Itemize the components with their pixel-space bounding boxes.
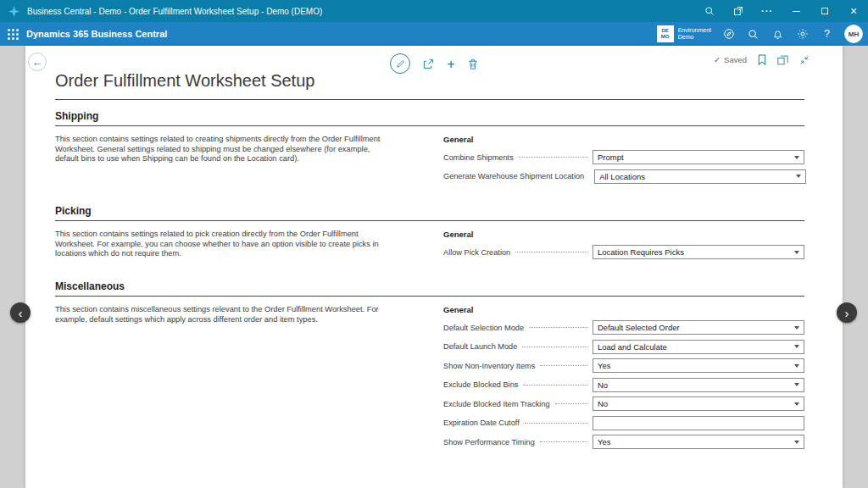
tellme-icon[interactable] <box>721 27 736 42</box>
show-non-inventory-items-select[interactable]: Yes <box>593 358 804 373</box>
show-performance-timing-select[interactable]: Yes <box>593 435 804 449</box>
share-button[interactable] <box>423 58 434 69</box>
window-titlebar: Business Central - Demo - Order Fulfillm… <box>0 0 868 22</box>
dynamics-navbar: Dynamics 365 Business Central DE MO Envi… <box>0 22 868 46</box>
chevron-down-icon <box>794 345 799 348</box>
field-value: Load and Calculate <box>598 342 667 352</box>
check-icon: ✓ <box>714 55 721 64</box>
bell-icon[interactable] <box>771 27 785 42</box>
section-heading[interactable]: Miscellaneous <box>55 280 804 292</box>
pencil-icon <box>396 59 405 69</box>
minimize-button[interactable] <box>782 0 810 22</box>
chevron-down-icon <box>794 251 799 254</box>
section-heading[interactable]: Picking <box>55 205 804 217</box>
popout-window-icon[interactable] <box>724 0 753 22</box>
collapse-button[interactable] <box>799 55 810 65</box>
section-description: This section contains settings related t… <box>55 230 392 264</box>
collapse-icon <box>799 55 810 65</box>
waffle-icon[interactable] <box>8 29 19 40</box>
dotted-leader <box>529 327 587 328</box>
next-record-button[interactable]: › <box>837 302 857 323</box>
dotted-leader <box>523 385 587 385</box>
field-row-expiration-date-cutoff: Expiration Date Cutoff <box>443 416 804 430</box>
section-description: This section contains settings related t… <box>55 135 392 188</box>
dotted-leader <box>525 423 587 424</box>
delete-button[interactable] <box>468 58 478 69</box>
chevron-down-icon <box>796 175 801 178</box>
section-heading[interactable]: Shipping <box>55 110 804 122</box>
combine-shipments-select[interactable]: Prompt <box>593 150 804 164</box>
environment-indicator[interactable]: DE MO Environment Demo <box>657 25 711 42</box>
field-row-default-launch-mode: Default Launch Mode Load and Calculate <box>443 340 804 354</box>
field-label: Show Non-Inventory Items <box>443 362 535 370</box>
field-label: Expiration Date Cutoff <box>443 419 520 427</box>
dotted-leader <box>519 157 587 158</box>
environment-label: Environment Demo <box>678 27 711 41</box>
group-label: General <box>443 230 804 240</box>
generate-warehouse-shipment-location-select[interactable]: All Locations <box>594 169 806 184</box>
default-launch-mode-select[interactable]: Load and Calculate <box>593 340 804 354</box>
close-button[interactable]: × <box>839 0 868 22</box>
section-rule <box>55 220 804 221</box>
previous-record-button[interactable]: ‹ <box>10 302 31 323</box>
field-row-generate-warehouse-shipment-location: Generate Warehouse Shipment Location All… <box>443 169 804 184</box>
avatar[interactable]: MH <box>844 25 863 43</box>
chevron-down-icon <box>794 364 799 368</box>
more-options-icon[interactable]: ··· <box>753 0 782 22</box>
chevron-down-icon <box>794 441 799 444</box>
field-label: Allow Pick Creation <box>443 248 510 257</box>
workspace-background: ← + ✓ Saved <box>0 46 868 488</box>
chevron-down-icon <box>794 156 799 159</box>
field-row-show-performance-timing: Show Performance Timing Yes <box>443 435 804 449</box>
maximize-button[interactable] <box>810 0 839 22</box>
business-central-app-icon <box>8 6 19 17</box>
field-row-show-non-inventory-items: Show Non-Inventory Items Yes <box>443 358 804 373</box>
open-in-window-button[interactable] <box>777 55 788 65</box>
help-icon[interactable]: ? <box>820 27 834 42</box>
section-shipping: Shipping This section contains settings … <box>55 110 804 188</box>
section-rule <box>55 125 804 126</box>
new-button[interactable]: + <box>447 57 455 71</box>
field-value: Default Selected Order <box>598 323 680 332</box>
expiration-date-cutoff-field[interactable] <box>593 416 804 430</box>
exclude-blocked-item-tracking-select[interactable]: No <box>593 396 804 411</box>
chevron-down-icon <box>794 402 799 406</box>
field-value: Yes <box>598 361 611 370</box>
dotted-leader <box>540 365 587 366</box>
section-description: This section contains miscellaneous sett… <box>55 305 392 454</box>
page-title: Order Fulfillment Worksheet Setup <box>55 71 314 91</box>
dotted-leader <box>522 347 587 347</box>
field-value: No <box>598 399 608 408</box>
section-picking: Picking This section contains settings r… <box>55 205 804 264</box>
titlebar-search-icon[interactable] <box>695 0 724 22</box>
app-title[interactable]: Dynamics 365 Business Central <box>26 29 167 39</box>
edit-button[interactable] <box>390 53 410 74</box>
field-value: No <box>598 380 608 390</box>
field-value: Yes <box>598 437 611 446</box>
exclude-blocked-bins-select[interactable]: No <box>593 378 804 392</box>
environment-badge: DE MO <box>657 25 674 42</box>
bookmark-icon <box>758 54 766 65</box>
section-rule <box>55 296 804 297</box>
search-icon[interactable] <box>746 27 760 42</box>
dotted-leader <box>540 441 587 442</box>
default-selection-mode-select[interactable]: Default Selected Order <box>593 320 804 335</box>
section-fields: General Combine Shipments Prompt Generat… <box>443 135 804 188</box>
open-in-window-icon <box>777 55 788 65</box>
field-label: Generate Warehouse Shipment Location <box>443 172 584 180</box>
save-status: ✓ Saved <box>714 55 747 64</box>
field-value: Location Requires Picks <box>598 247 684 257</box>
allow-pick-creation-select[interactable]: Location Requires Picks <box>593 245 804 259</box>
field-label: Default Selection Mode <box>443 324 524 332</box>
field-label: Show Performance Timing <box>443 438 535 446</box>
field-label: Combine Shipments <box>443 153 514 162</box>
window-title: Business Central - Demo - Order Fulfillm… <box>27 7 322 16</box>
page-panel: ← + ✓ Saved <box>25 46 843 488</box>
bookmark-button[interactable] <box>758 54 766 65</box>
gear-icon[interactable] <box>795 27 810 42</box>
chevron-down-icon <box>794 326 799 330</box>
field-row-default-selection-mode: Default Selection Mode Default Selected … <box>443 320 804 335</box>
group-label: General <box>443 135 804 145</box>
section-fields: General Default Selection Mode Default S… <box>443 305 804 454</box>
field-row-allow-pick-creation: Allow Pick Creation Location Requires Pi… <box>443 245 804 259</box>
